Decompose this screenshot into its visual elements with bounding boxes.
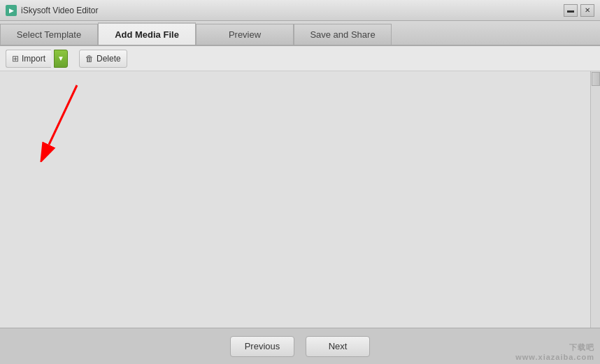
bottom-bar: Previous Next 下载吧 www.xiazaiba.com — [0, 328, 600, 364]
annotation-arrow — [38, 78, 94, 162]
title-bar-controls: ▬ ✕ — [564, 4, 594, 17]
import-dropdown-button[interactable]: ▼ — [54, 50, 68, 68]
title-bar: ▶ iSkysoft Video Editor ▬ ✕ — [0, 0, 600, 21]
toolbar: ⊞ Import ▼ 🗑 Delete — [0, 46, 600, 71]
media-content-area — [0, 71, 600, 328]
previous-label: Previous — [245, 341, 280, 351]
title-bar-left: ▶ iSkysoft Video Editor — [6, 5, 99, 16]
import-label: Import — [22, 54, 45, 64]
maximize-icon: ▬ — [567, 6, 574, 14]
tab-save-share[interactable]: Save and Share — [294, 24, 392, 45]
tab-select-template[interactable]: Select Template — [0, 24, 98, 45]
tab-bar: Select Template Add Media File Preview S… — [0, 21, 600, 46]
import-icon: ⊞ — [12, 54, 19, 64]
tab-save-share-label: Save and Share — [310, 29, 375, 40]
tab-preview-label: Preview — [229, 29, 261, 40]
app-title: iSkysoft Video Editor — [21, 6, 99, 15]
app-icon: ▶ — [6, 5, 17, 16]
scrollbar[interactable] — [590, 71, 600, 328]
tab-select-template-label: Select Template — [17, 29, 81, 40]
tab-add-media-file-label: Add Media File — [115, 29, 179, 40]
tab-preview[interactable]: Preview — [196, 24, 294, 45]
watermark-line1: 下载吧 — [569, 342, 594, 353]
chevron-down-icon: ▼ — [57, 54, 64, 62]
close-icon: ✕ — [585, 6, 590, 14]
delete-button[interactable]: 🗑 Delete — [79, 50, 127, 68]
close-button[interactable]: ✕ — [580, 4, 594, 17]
previous-button[interactable]: Previous — [230, 336, 294, 357]
svg-line-1 — [49, 85, 77, 145]
tab-add-media-file[interactable]: Add Media File — [98, 22, 196, 45]
next-button[interactable]: Next — [306, 336, 370, 357]
maximize-button[interactable]: ▬ — [564, 4, 578, 17]
trash-icon: 🗑 — [85, 54, 94, 64]
import-button[interactable]: ⊞ Import — [6, 50, 51, 68]
watermark-line2: www.xiazaiba.com — [515, 353, 594, 361]
watermark: 下载吧 www.xiazaiba.com — [515, 342, 594, 361]
scrollbar-thumb[interactable] — [592, 72, 600, 86]
delete-label: Delete — [97, 54, 121, 64]
next-label: Next — [329, 341, 348, 351]
